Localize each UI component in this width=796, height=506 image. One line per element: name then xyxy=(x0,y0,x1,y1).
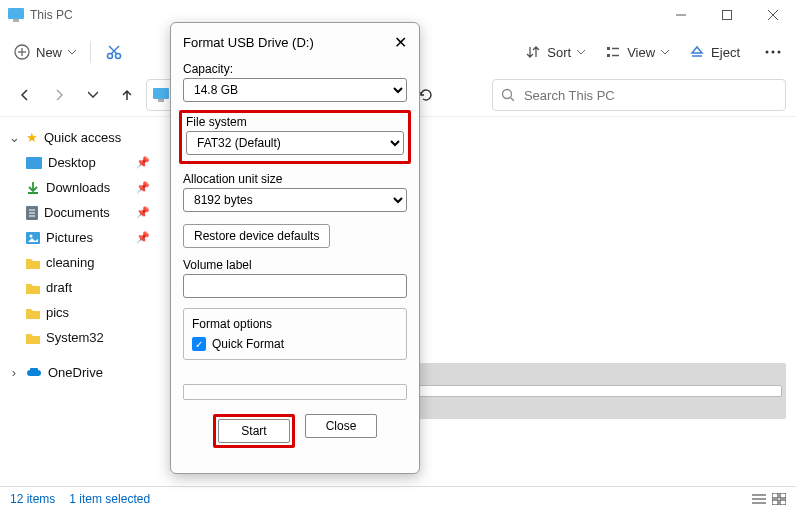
scissors-icon xyxy=(105,43,123,61)
folder-icon xyxy=(26,282,40,294)
svg-rect-1 xyxy=(13,19,19,22)
pin-icon: 📌 xyxy=(136,231,156,244)
cut-button[interactable] xyxy=(95,34,133,70)
dialog-close-button[interactable]: ✕ xyxy=(394,33,407,52)
svg-rect-42 xyxy=(780,500,786,505)
list-view-icon[interactable] xyxy=(752,493,766,505)
sidebar-item-pictures[interactable]: Pictures📌 xyxy=(4,225,160,250)
capacity-select[interactable]: 14.8 GB xyxy=(183,78,407,102)
capacity-label: Capacity: xyxy=(183,62,407,76)
close-button[interactable] xyxy=(750,0,796,30)
forward-button[interactable] xyxy=(44,80,74,110)
start-button[interactable]: Start xyxy=(218,419,290,443)
up-button[interactable] xyxy=(112,80,142,110)
format-options-group: Format options ✓ Quick Format xyxy=(183,308,407,360)
format-progress-bar xyxy=(183,384,407,400)
folder-icon xyxy=(26,257,40,269)
this-pc-icon xyxy=(153,88,169,102)
chevron-down-icon xyxy=(661,48,669,56)
sidebar-item-desktop[interactable]: Desktop📌 xyxy=(4,150,160,175)
status-bar: 12 items 1 item selected xyxy=(0,486,796,506)
chevron-down-icon: ⌄ xyxy=(8,130,20,145)
format-dialog: Format USB Drive (D:) ✕ Capacity: 14.8 G… xyxy=(170,22,420,474)
filesystem-highlight: File system FAT32 (Default) xyxy=(179,110,411,164)
window-title: This PC xyxy=(30,8,73,22)
sidebar: ⌄ ★ Quick access Desktop📌 Downloads📌 Doc… xyxy=(0,117,160,486)
desktop-icon xyxy=(26,157,42,169)
view-label: View xyxy=(627,45,655,60)
folder-icon xyxy=(26,307,40,319)
volume-input[interactable] xyxy=(183,274,407,298)
sidebar-item-draft[interactable]: draft xyxy=(4,275,160,300)
chevron-down-icon xyxy=(577,48,585,56)
svg-line-24 xyxy=(511,98,514,102)
sidebar-item-cleaning[interactable]: cleaning xyxy=(4,250,160,275)
folder-icon xyxy=(26,332,40,344)
view-button[interactable]: View xyxy=(595,39,679,65)
more-button[interactable] xyxy=(754,34,792,70)
checked-icon: ✓ xyxy=(192,337,206,351)
restore-defaults-button[interactable]: Restore device defaults xyxy=(183,224,330,248)
sidebar-item-pics[interactable]: pics xyxy=(4,300,160,325)
sidebar-item-documents[interactable]: Documents📌 xyxy=(4,200,160,225)
eject-label: Eject xyxy=(711,45,740,60)
new-label: New xyxy=(36,45,62,60)
document-icon xyxy=(26,206,38,220)
filesystem-label: File system xyxy=(186,115,404,129)
svg-rect-39 xyxy=(772,493,778,498)
svg-rect-21 xyxy=(153,88,169,99)
this-pc-icon xyxy=(8,8,24,22)
filesystem-select[interactable]: FAT32 (Default) xyxy=(186,131,404,155)
svg-point-31 xyxy=(30,234,33,237)
svg-rect-22 xyxy=(158,99,164,102)
sidebar-quick-access[interactable]: ⌄ ★ Quick access xyxy=(4,125,160,150)
cloud-icon xyxy=(26,368,42,378)
sidebar-item-system32[interactable]: System32 xyxy=(4,325,160,350)
svg-rect-25 xyxy=(26,157,42,169)
svg-rect-14 xyxy=(607,54,610,57)
search-box[interactable] xyxy=(492,79,786,111)
pin-icon: 📌 xyxy=(136,206,156,219)
download-icon xyxy=(26,181,40,195)
back-button[interactable] xyxy=(10,80,40,110)
pin-icon: 📌 xyxy=(136,181,156,194)
svg-rect-0 xyxy=(8,8,24,19)
allocation-label: Allocation unit size xyxy=(183,172,407,186)
view-icon xyxy=(605,44,621,60)
pin-icon: 📌 xyxy=(136,156,156,169)
dialog-title: Format USB Drive (D:) xyxy=(183,35,314,50)
svg-rect-41 xyxy=(772,500,778,505)
svg-point-20 xyxy=(778,51,781,54)
format-options-label: Format options xyxy=(192,317,398,331)
svg-point-19 xyxy=(772,51,775,54)
sidebar-item-downloads[interactable]: Downloads📌 xyxy=(4,175,160,200)
eject-button[interactable]: Eject xyxy=(679,39,750,65)
quick-format-checkbox[interactable]: ✓ Quick Format xyxy=(192,337,398,351)
allocation-select[interactable]: 8192 bytes xyxy=(183,188,407,212)
details-view-icon[interactable] xyxy=(772,493,786,505)
svg-point-18 xyxy=(766,51,769,54)
volume-label: Volume label xyxy=(183,258,407,272)
ellipsis-icon xyxy=(765,50,781,54)
eject-icon xyxy=(689,44,705,60)
svg-rect-3 xyxy=(723,11,732,20)
star-icon: ★ xyxy=(26,130,38,145)
item-count: 12 items xyxy=(10,492,55,506)
close-button[interactable]: Close xyxy=(305,414,377,438)
sort-button[interactable]: Sort xyxy=(515,39,595,65)
maximize-button[interactable] xyxy=(704,0,750,30)
quick-access-label: Quick access xyxy=(44,130,121,145)
new-button[interactable]: New xyxy=(4,39,86,65)
sidebar-onedrive[interactable]: › OneDrive xyxy=(4,360,160,385)
svg-point-23 xyxy=(503,90,512,99)
minimize-button[interactable] xyxy=(658,0,704,30)
sort-label: Sort xyxy=(547,45,571,60)
svg-rect-30 xyxy=(26,232,40,244)
chevron-right-icon: › xyxy=(8,365,20,380)
sort-icon xyxy=(525,44,541,60)
svg-rect-40 xyxy=(780,493,786,498)
recent-button[interactable] xyxy=(78,80,108,110)
chevron-down-icon xyxy=(68,48,76,56)
svg-rect-13 xyxy=(607,47,610,50)
search-input[interactable] xyxy=(522,87,777,104)
